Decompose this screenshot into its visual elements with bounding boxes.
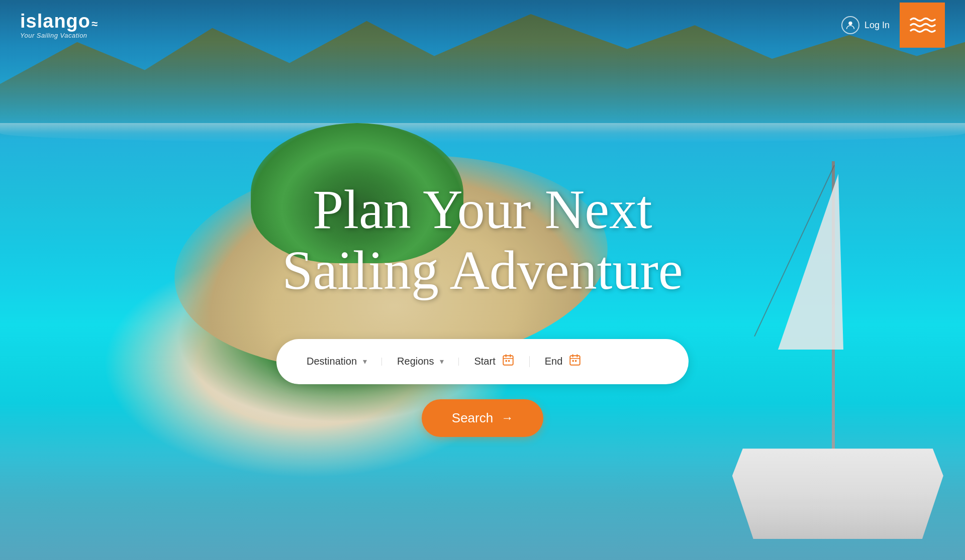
search-section: Destination ▾ Regions ▾ Start bbox=[276, 339, 689, 437]
logo-text: islango bbox=[20, 11, 90, 32]
search-bar: Destination ▾ Regions ▾ Start bbox=[276, 339, 689, 384]
logo: islango≈ Your Sailing Vacation bbox=[20, 12, 98, 39]
hero-title-line1: Plan Your Next bbox=[282, 179, 683, 240]
menu-button[interactable] bbox=[900, 3, 945, 48]
regions-label: Regions bbox=[397, 356, 434, 367]
destination-field[interactable]: Destination ▾ bbox=[292, 356, 382, 367]
header: islango≈ Your Sailing Vacation Log In bbox=[0, 0, 965, 50]
login-button[interactable]: Log In bbox=[841, 16, 890, 34]
user-icon bbox=[841, 16, 859, 34]
destination-chevron-icon: ▾ bbox=[363, 357, 367, 366]
svg-rect-6 bbox=[508, 360, 510, 362]
start-calendar-icon bbox=[502, 354, 515, 370]
hero-title: Plan Your Next Sailing Adventure bbox=[282, 179, 683, 301]
regions-chevron-icon: ▾ bbox=[440, 357, 444, 366]
search-button[interactable]: Search → bbox=[422, 399, 543, 437]
header-actions: Log In bbox=[841, 3, 945, 48]
end-date-field[interactable]: End bbox=[530, 354, 597, 370]
search-arrow-icon: → bbox=[501, 411, 513, 425]
svg-rect-12 bbox=[575, 360, 576, 362]
login-label: Log In bbox=[864, 20, 890, 31]
menu-waves-icon bbox=[909, 16, 936, 34]
end-calendar-icon bbox=[568, 354, 582, 370]
logo-tagline: Your Sailing Vacation bbox=[20, 32, 98, 39]
start-label: Start bbox=[474, 356, 495, 367]
hero-title-line2: Sailing Adventure bbox=[282, 240, 683, 301]
svg-rect-5 bbox=[505, 360, 507, 362]
search-button-label: Search bbox=[452, 410, 493, 426]
hero-text: Plan Your Next Sailing Adventure bbox=[282, 179, 683, 301]
start-date-field[interactable]: Start bbox=[459, 354, 529, 370]
svg-rect-11 bbox=[572, 360, 574, 362]
destination-label: Destination bbox=[307, 356, 357, 367]
svg-point-0 bbox=[848, 22, 852, 25]
regions-field[interactable]: Regions ▾ bbox=[382, 356, 459, 367]
logo-name: islango≈ bbox=[20, 12, 98, 31]
end-label: End bbox=[545, 356, 563, 367]
logo-wave-icon: ≈ bbox=[91, 19, 98, 30]
